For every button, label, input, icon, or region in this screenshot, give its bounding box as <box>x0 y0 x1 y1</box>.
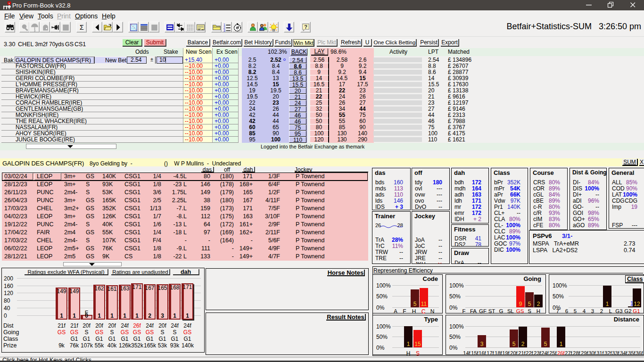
svg-text:Σ: Σ <box>80 24 84 31</box>
svg-text:?: ? <box>304 24 307 30</box>
svg-text:3: 3 <box>223 29 225 32</box>
